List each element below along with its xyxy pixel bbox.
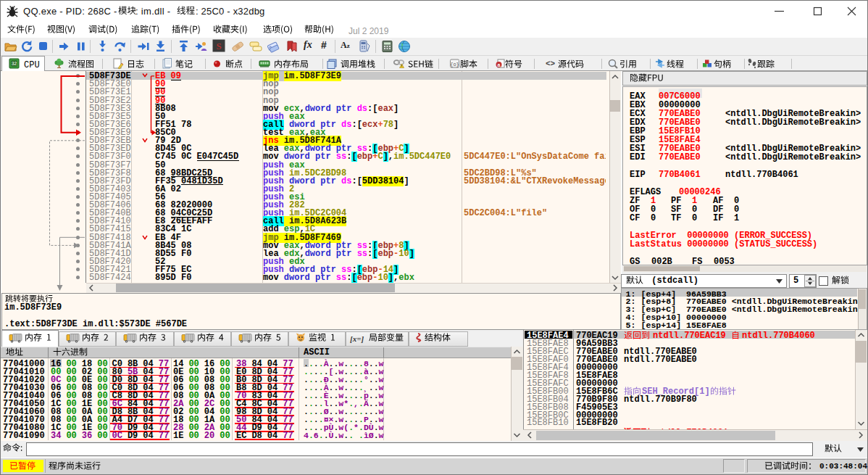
svg-text:32: 32 bbox=[12, 61, 17, 66]
svg-text:{o}: {o} bbox=[450, 62, 459, 67]
svg-text:a: a bbox=[498, 62, 501, 67]
svg-text:S: S bbox=[216, 41, 221, 51]
